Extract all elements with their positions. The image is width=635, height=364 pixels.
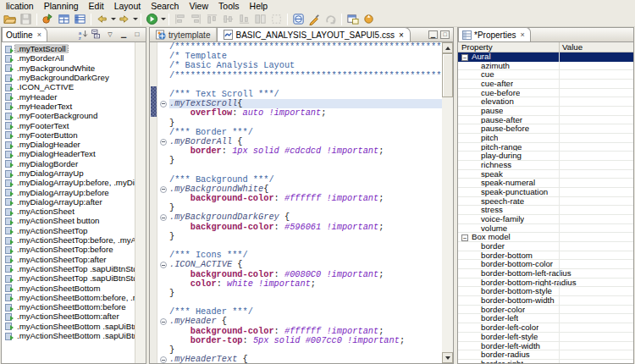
property-row[interactable]: speak-numeral (458, 179, 633, 188)
outline-item[interactable]: .myFooterText (2, 120, 135, 130)
code-line[interactable]: background-color: #596061 !important; (169, 223, 442, 232)
scroll-up-icon[interactable] (442, 42, 453, 53)
code-line[interactable]: border: 1px solid #cdcdcd !important; (169, 146, 442, 156)
outline-item[interactable]: .myBackgroundWhite (2, 63, 135, 73)
outline-item[interactable]: .myDialogArrayUp:before, .myDialogArrayU… (2, 178, 135, 187)
outline-item[interactable]: .myDialogArrayUp:before (2, 187, 135, 196)
menu-layout[interactable]: Layout (109, 0, 146, 12)
table-view-alt-icon[interactable] (73, 13, 88, 26)
property-row[interactable]: pitch-range (458, 143, 633, 152)
property-row[interactable]: border-bottom-left-radius (458, 269, 633, 279)
column-header-value[interactable]: Value (559, 42, 633, 52)
tab-properties[interactable]: *Properties × (458, 27, 531, 41)
new-wizard-icon[interactable] (41, 13, 56, 26)
fold-collapse-icon[interactable] (160, 318, 167, 325)
maximize-icon[interactable]: □ (131, 29, 143, 40)
outline-item[interactable]: .myHeader (2, 91, 135, 101)
scroll-down-icon[interactable] (442, 352, 453, 363)
menu-tools[interactable]: Tools (213, 0, 245, 12)
sync-icon[interactable] (362, 13, 377, 26)
menu-help[interactable]: Help (245, 0, 273, 12)
code-line[interactable]: overflow: auto !important; (169, 108, 442, 118)
property-row[interactable]: speak (458, 170, 633, 179)
css-editor[interactable]: /***************************************… (150, 42, 453, 363)
web-page-icon[interactable] (291, 13, 306, 26)
property-row[interactable]: pause-before (458, 124, 633, 134)
outline-item[interactable]: .myActionSheetBottom .sapUiBtnStd.sapUiB… (2, 322, 135, 331)
sort-icon[interactable]: az (77, 29, 89, 40)
code-line[interactable]: background-color: #ffffff !important; (169, 194, 442, 203)
code-line[interactable]: } (169, 289, 442, 298)
close-icon[interactable]: × (399, 30, 404, 40)
code-line[interactable]: border-top: 5px solid #007cc0 !important… (169, 336, 442, 345)
fold-collapse-icon[interactable] (160, 356, 167, 363)
outline-item[interactable]: .myDialogBorder (2, 159, 135, 168)
property-row[interactable]: border-bottom-width (458, 296, 633, 306)
run-dropdown-icon[interactable] (161, 18, 166, 20)
outline-scrollbar[interactable] (135, 42, 146, 363)
property-row[interactable]: –Box model (458, 233, 633, 242)
property-row[interactable]: border-color (458, 306, 633, 315)
property-row[interactable]: cue-before (458, 89, 633, 98)
outline-item[interactable]: .myActionSheet button (2, 216, 135, 225)
outline-item[interactable]: .myActionSheetBottom .sapUiBtnStd.sapUiB… (2, 331, 135, 340)
property-row[interactable]: stress (458, 206, 633, 215)
close-icon[interactable]: × (37, 30, 41, 39)
outline-item[interactable]: .myActionSheetTop (2, 226, 135, 235)
property-row[interactable]: speak-punctuation (458, 188, 633, 197)
table-view-icon[interactable] (57, 13, 72, 26)
outline-item[interactable]: .myActionSheetBottom:after (2, 312, 135, 321)
column-header-property[interactable]: Property (458, 42, 559, 52)
property-row[interactable]: cue-after (458, 80, 633, 89)
outline-item[interactable]: .myFooterButton (2, 130, 135, 140)
property-row[interactable]: elevation (458, 97, 633, 107)
outline-item[interactable]: .myActionSheetBottom (2, 283, 135, 292)
code-line[interactable]: } (169, 156, 442, 165)
minimize-icon[interactable]: ▁ (428, 30, 438, 39)
code-line[interactable]: /***************************************… (169, 71, 442, 80)
fold-collapse-icon[interactable] (160, 262, 167, 268)
property-row[interactable]: speech-rate (458, 197, 633, 207)
code-line[interactable]: color: white !important; (169, 279, 442, 289)
menu-edit[interactable]: Edit (84, 0, 109, 12)
minimize-icon[interactable]: ▁ (118, 29, 130, 40)
outline-item[interactable]: .myHeaderText (2, 102, 135, 111)
forward-arrow-icon[interactable] (117, 13, 132, 26)
outline-item[interactable]: .myActionSheetTop:before (2, 245, 135, 254)
property-row[interactable]: azimuth (458, 62, 633, 71)
outline-item[interactable]: .myActionSheetTop .sapUiBtnStd.sapUiBtnN… (2, 264, 135, 273)
outline-item[interactable]: .myDialogHeaderText (2, 149, 135, 158)
property-row[interactable]: border-radius (458, 350, 633, 360)
outline-item[interactable]: .myActionSheetTop:before, .myActionSheet… (2, 235, 135, 245)
menu-view[interactable]: View (184, 0, 213, 12)
property-row[interactable]: pause-after (458, 116, 633, 125)
property-row[interactable]: voice-family (458, 215, 633, 224)
property-row[interactable]: –Aural (458, 52, 633, 62)
property-row[interactable]: border-left-color (458, 323, 633, 333)
code-line[interactable]: } (169, 232, 442, 241)
property-row[interactable]: border-left (458, 314, 633, 323)
outline-item[interactable]: .myActionSheetBottom:before, .myActionSh… (2, 293, 135, 302)
property-row[interactable]: border-left-width (458, 342, 633, 351)
editor-vscrollbar[interactable] (442, 42, 453, 363)
fold-collapse-icon[interactable] (160, 186, 167, 193)
outline-item[interactable]: .myDialogArrayUp:after (2, 197, 135, 207)
forward-arrow-dropdown-icon[interactable] (133, 18, 138, 20)
property-row[interactable]: border-right (458, 360, 633, 363)
property-row[interactable]: play-during (458, 152, 633, 161)
link-edit-icon[interactable] (307, 13, 323, 26)
property-row[interactable]: border-bottom (458, 251, 633, 261)
back-arrow-icon[interactable] (95, 13, 110, 26)
property-row[interactable]: border-left-style (458, 333, 633, 342)
outline-item[interactable]: .myDialogArrayUp (2, 168, 135, 178)
scrollbar-thumb[interactable] (442, 53, 453, 97)
property-row[interactable]: pitch (458, 134, 633, 143)
editor-tab[interactable]: BASIC_ANALYSIS_LAYOUT_SAPUI5.css× (217, 27, 410, 41)
fold-collapse-icon[interactable] (160, 214, 167, 221)
property-row[interactable]: richness (458, 161, 633, 170)
run-icon[interactable] (145, 13, 160, 26)
outline-item[interactable]: .myActionSheet (2, 207, 135, 216)
editor-tab[interactable]: trytemplate (150, 28, 217, 41)
property-row[interactable]: pause (458, 107, 633, 116)
menu-search[interactable]: Search (146, 0, 184, 12)
